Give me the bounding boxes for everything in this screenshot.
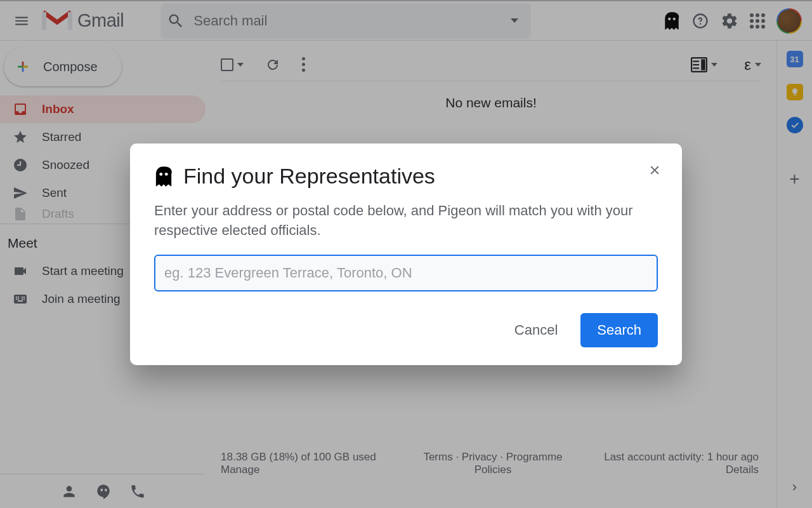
find-representatives-dialog: Find your Representatives Enter your add… <box>130 144 682 365</box>
modal-scrim[interactable]: Find your Representatives Enter your add… <box>0 0 812 508</box>
dialog-title: Find your Representatives <box>183 164 435 189</box>
address-input[interactable] <box>154 255 658 291</box>
cancel-button[interactable]: Cancel <box>509 316 563 345</box>
search-button[interactable]: Search <box>580 313 658 347</box>
svg-point-10 <box>165 172 168 175</box>
close-icon <box>648 163 662 177</box>
svg-point-9 <box>159 172 162 175</box>
dialog-description: Enter your address or postal code below,… <box>154 201 658 241</box>
dialog-close-button[interactable] <box>648 163 662 180</box>
pigeon-ghost-icon <box>154 166 173 187</box>
